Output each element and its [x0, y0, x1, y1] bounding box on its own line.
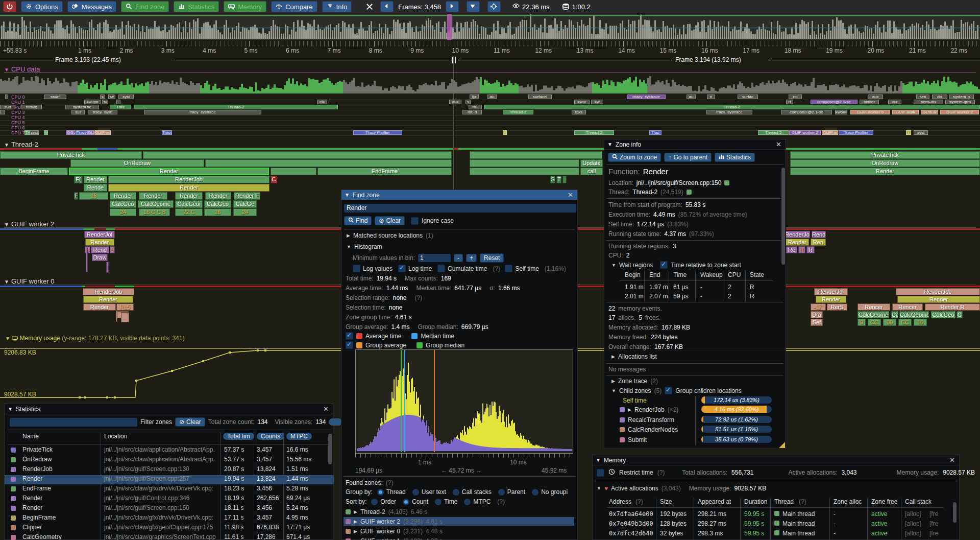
find-button[interactable]: Find — [344, 216, 372, 225]
zone-color-swatch[interactable] — [11, 496, 16, 501]
table-row[interactable]: RenderJobjni/../jni/src/guif/Screen.cpp:… — [5, 465, 334, 475]
cpu-zone[interactable]: syst — [30, 130, 39, 135]
cpu-zone[interactable]: Tracy — [76, 130, 87, 135]
expand-icon[interactable]: ▶ — [354, 538, 357, 540]
zone-info-titlebar[interactable]: ▼ Zone info ✕ — [604, 139, 786, 150]
goto-frame-button[interactable] — [487, 1, 501, 12]
found-zone-group[interactable]: ▶GUIF worker 0(3,231)4.48 s — [344, 527, 574, 535]
relative-time-checkbox[interactable] — [660, 261, 668, 269]
expand-icon[interactable]: ▶ — [354, 519, 357, 524]
cpu-zone[interactable]: rol — [789, 95, 802, 99]
cpu-zone[interactable]: cik — [317, 100, 327, 104]
timeline-zone[interactable]: Render — [139, 192, 167, 200]
cpu-zone[interactable]: system-grm — [945, 100, 975, 104]
timeline-zone[interactable]: Render — [83, 303, 116, 311]
timeline-zone[interactable]: -17' — [811, 303, 826, 311]
timeline-zone[interactable]: 16 C C 8 — [139, 208, 170, 216]
cpu-zone[interactable]: Thread-2 — [484, 105, 980, 109]
found-zone-group[interactable]: ▶Thread-2(4,105)6.46 s — [344, 507, 574, 516]
cpu-zone[interactable]: Thre — [110, 105, 131, 109]
cpu-zone[interactable]: syst — [118, 95, 134, 99]
cpu-zone[interactable]: GUIF worker 2 — [940, 110, 979, 114]
timeline-zone[interactable]: EndFrame — [317, 168, 452, 175]
timeline-zone[interactable]: Rende — [84, 184, 107, 192]
timeline-zone[interactable]: CC — [868, 319, 881, 326]
cpu-zone[interactable] — [0, 110, 5, 114]
next-frame-button[interactable] — [446, 1, 459, 12]
timeline-zone[interactable] — [470, 159, 579, 167]
legend-checkbox[interactable] — [346, 341, 353, 349]
group-by-option-no-groupi[interactable] — [532, 489, 538, 496]
cpu-zone[interactable]: fja — [470, 95, 479, 99]
timeline-zone[interactable]: R — [806, 246, 815, 253]
expand-icon[interactable]: ▶ — [611, 379, 615, 384]
cpu-zone[interactable]: kw — [591, 100, 603, 104]
time-ruler-ticks[interactable] — [0, 41, 980, 46]
sort-by-option-count[interactable] — [403, 499, 409, 505]
cpu-zone[interactable]: system se — [65, 105, 99, 109]
cpu-zone[interactable]: m1 — [469, 105, 482, 109]
cpu-zone[interactable]: sen — [916, 95, 929, 99]
self-time-bar[interactable]: 172.14 us (3.83%) — [701, 396, 772, 404]
cpu-zone[interactable]: ser — [71, 110, 85, 114]
timeline-zone[interactable]: Rencer — [892, 303, 923, 311]
expand-icon[interactable]: ▶ — [347, 233, 350, 238]
child-zone-row[interactable]: CalcRenderNodes — [620, 426, 678, 433]
info-button[interactable]: Info — [322, 1, 352, 12]
cpu-zone[interactable]: Tracy Profiler — [353, 130, 402, 135]
group-by-option-user-text[interactable] — [412, 489, 419, 496]
cpu-zone[interactable]: tgks — [572, 110, 586, 114]
timeline-zone[interactable]: CalcGeo — [110, 200, 136, 208]
active-allocations-label[interactable]: Active allocations — [611, 485, 658, 492]
self-time-checkbox[interactable] — [505, 265, 512, 272]
log-values-checkbox[interactable] — [353, 265, 360, 272]
table-row[interactable]: Renderjni/../jni/src/guif/Screen.cpp:257… — [5, 475, 334, 484]
scrollbar[interactable] — [781, 168, 785, 265]
thread-header[interactable]: ▼GUIF worker 2 — [4, 220, 54, 228]
table-row[interactable]: PrivateTickjni/../jni/src/claw/applicati… — [5, 446, 334, 455]
cpu-zone[interactable]: Thread-2 — [503, 110, 533, 114]
cpu-zone[interactable]: rot_d — [462, 110, 482, 114]
table-row[interactable]: Clipperjni/../jni/src/claw/gfx/geo/Clipp… — [5, 524, 334, 533]
timeline-zone[interactable]: CalcGeo — [931, 311, 955, 318]
timeline-zone[interactable]: Render R — [925, 303, 980, 311]
clear-filter-button[interactable]: ⊘Clear — [175, 417, 205, 427]
collapse-icon[interactable]: ▼ — [8, 406, 13, 412]
collapse-icon[interactable]: ▼ — [345, 192, 350, 198]
zone-color-swatch[interactable] — [11, 457, 16, 462]
zone-color-swatch[interactable] — [11, 448, 16, 453]
increase-button[interactable]: + — [466, 254, 477, 262]
child-zone-bar[interactable]: 4.16 ms (92.60%) — [701, 406, 772, 413]
timeline-zone[interactable]: S — [550, 176, 555, 183]
cpu-zone[interactable]: au — [487, 95, 497, 99]
reset-button[interactable]: Reset — [480, 253, 504, 263]
scrollbar[interactable] — [328, 434, 332, 464]
timeline-zone[interactable]: Render F — [234, 192, 260, 200]
cpu-zone[interactable]: s — [465, 100, 471, 104]
zoom-out-button[interactable] — [467, 1, 480, 12]
zoom-to-zone-button[interactable]: Zoom to zone — [608, 153, 661, 162]
frame-overview[interactable] — [0, 14, 980, 40]
close-icon[interactable]: ✕ — [948, 456, 956, 464]
timeline-zone[interactable]: CalcGeome — [857, 311, 889, 318]
cpu-zone[interactable]: t — [906, 130, 911, 135]
cpu-zone[interactable]: Th — [24, 130, 30, 135]
timeline-zone[interactable]: Rend — [812, 231, 826, 238]
timeline-zone[interactable]: RenderJol — [84, 231, 115, 238]
cpu-zone[interactable]: s — [100, 95, 105, 99]
timeline-zone[interactable]: Render — [786, 239, 809, 246]
restrict-time-checkbox[interactable] — [597, 469, 604, 477]
collapse-icon[interactable]: ▼ — [611, 263, 616, 268]
frame-label-left[interactable]: Frame 3,193 (22.45 ms) — [55, 56, 121, 63]
child-zone-bar[interactable]: 51.51 us (1.15%) — [701, 426, 772, 433]
zone-color-swatch[interactable] — [11, 515, 16, 521]
timeline-zone[interactable]: Render — [83, 296, 133, 303]
thread-header[interactable]: ▼Thread-2 — [4, 140, 38, 148]
timeline-zone[interactable]: F — [74, 192, 78, 200]
collapse-icon[interactable]: ▼ — [596, 457, 601, 463]
timeline-zone[interactable]: Ren — [811, 239, 826, 246]
memory-titlebar[interactable]: ▼ Memory ✕ — [593, 455, 959, 465]
timeline-zone[interactable]: T — [556, 176, 561, 183]
cpu-zone[interactable]: si — [102, 100, 108, 104]
timeline-zone[interactable]: F( — [74, 176, 83, 183]
